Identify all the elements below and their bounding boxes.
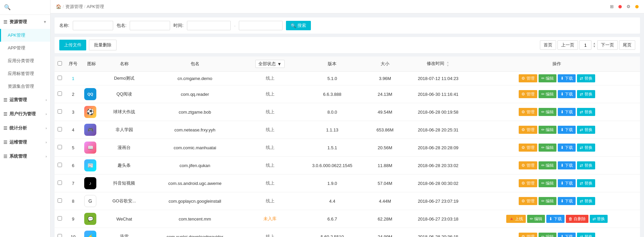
- size-cell: 20.56M: [367, 139, 402, 157]
- edit-btn[interactable]: ✏ 编辑: [539, 233, 556, 237]
- delete-btn[interactable]: 🗑 自删除: [566, 215, 588, 223]
- manage-btn[interactable]: ⚙ 管理: [519, 197, 537, 205]
- breadcrumb-resources[interactable]: 资源管理: [65, 4, 83, 10]
- upload-file-button[interactable]: 上传文件: [59, 40, 86, 50]
- manage-btn[interactable]: ⚙ 管理: [519, 126, 537, 134]
- manage-btn[interactable]: ⚙ 管理: [519, 90, 537, 98]
- sidebar-group-resources-header[interactable]: ☰ 资源管理 ▼: [0, 15, 50, 29]
- sidebar-group-system-header[interactable]: ☰ 系统管理 ›: [0, 149, 50, 163]
- package-input[interactable]: [130, 21, 170, 30]
- row-checkbox[interactable]: [58, 181, 62, 185]
- sidebar-group-ops-header[interactable]: ☰ 运维管理 ›: [0, 135, 50, 149]
- online-btn[interactable]: 🔺 上线: [506, 215, 526, 223]
- batch-delete-button[interactable]: 批量删除: [89, 40, 117, 50]
- manage-btn[interactable]: ⚙ 管理: [519, 74, 537, 82]
- home-icon[interactable]: 🏠: [56, 4, 61, 9]
- prev-page-button[interactable]: 上一页: [557, 40, 578, 50]
- manage-btn[interactable]: ⚙ 管理: [519, 233, 537, 237]
- download-btn[interactable]: ⬇ 下载: [558, 197, 576, 205]
- row-checkbox[interactable]: [58, 127, 62, 131]
- manage-btn[interactable]: ⚙ 管理: [519, 179, 537, 187]
- sidebar-item-app-category[interactable]: 应用分类管理: [0, 54, 50, 67]
- edit-btn[interactable]: ✏ 编辑: [539, 108, 556, 116]
- sidebar-group-operations-header[interactable]: ☰ 运营管理 ›: [0, 93, 50, 107]
- row-checkbox[interactable]: [58, 109, 62, 114]
- edit-btn[interactable]: ✏ 编辑: [539, 161, 556, 169]
- edit-btn[interactable]: ✏ 编辑: [527, 215, 545, 223]
- row-checkbox[interactable]: [58, 91, 62, 96]
- replace-btn[interactable]: ⇄ 替换: [577, 161, 595, 169]
- grid-icon[interactable]: ⊞: [608, 3, 616, 11]
- row-checkbox[interactable]: [58, 76, 62, 80]
- name-input[interactable]: [73, 21, 113, 30]
- download-btn[interactable]: ⬇ 下载: [558, 144, 576, 152]
- col-version: 版本: [297, 56, 367, 72]
- download-btn[interactable]: ⬇ 下载: [558, 179, 576, 187]
- download-btn[interactable]: ⬇ 下载: [558, 126, 576, 134]
- row-checkbox[interactable]: [58, 145, 62, 149]
- row-checkbox-cell: [55, 210, 65, 228]
- sidebar-group-stats-header[interactable]: ☰ 统计分析 ›: [0, 121, 50, 135]
- actions-cell: ⚙ 管理 ✏ 编辑 ⬇ 下载 ⇄ 替换: [474, 121, 640, 139]
- sidebar-group-user-behavior-label: 用户行为管理: [9, 111, 36, 117]
- sidebar-group-user-behavior: ☰ 用户行为管理 ›: [0, 107, 50, 121]
- select-all-checkbox[interactable]: [58, 61, 62, 66]
- search-button[interactable]: 🔍 搜索: [286, 21, 311, 30]
- chevron-right-icon-4: ›: [45, 140, 47, 144]
- manage-btn[interactable]: ⚙ 管理: [519, 161, 537, 169]
- edit-btn[interactable]: ✏ 编辑: [539, 74, 556, 82]
- replace-btn[interactable]: ⇄ 替换: [577, 197, 595, 205]
- replace-btn[interactable]: ⇄ 替换: [577, 90, 595, 98]
- replace-btn[interactable]: ⇄ 替换: [577, 233, 595, 237]
- download-btn[interactable]: ⬇ 下载: [546, 215, 564, 223]
- replace-btn[interactable]: ⇄ 替换: [590, 215, 608, 223]
- time-end-input[interactable]: [239, 21, 283, 30]
- row-checkbox[interactable]: [58, 216, 62, 221]
- edit-btn[interactable]: ✏ 编辑: [539, 197, 556, 205]
- sidebar-item-apk[interactable]: APK管理: [0, 29, 50, 42]
- table-row: 2 QQ QQ阅读 com.qq.reader 线上 6.6.3.888 24.…: [55, 85, 640, 103]
- row-checkbox-cell: [55, 174, 65, 192]
- seq-cell: 9: [65, 210, 82, 228]
- sidebar-item-app-tag[interactable]: 应用标签管理: [0, 67, 50, 80]
- download-btn[interactable]: ⬇ 下载: [558, 74, 576, 82]
- sidebar-group-user-behavior-header[interactable]: ☰ 用户行为管理 ›: [0, 107, 50, 121]
- status-cell: 线上: [243, 85, 297, 103]
- download-btn[interactable]: ⬇ 下载: [558, 108, 576, 116]
- seq-link[interactable]: 1: [72, 76, 74, 81]
- replace-btn[interactable]: ⇄ 替换: [577, 74, 595, 82]
- row-checkbox[interactable]: [58, 163, 62, 167]
- icon-cell: 📖: [82, 139, 102, 157]
- edit-btn[interactable]: ✏ 编辑: [539, 90, 556, 98]
- page-number-input[interactable]: 1: [579, 40, 591, 50]
- row-checkbox[interactable]: [58, 234, 62, 237]
- seq-num: 7: [72, 181, 74, 186]
- col-status[interactable]: 全部状态 ▼: [243, 56, 297, 72]
- page-down-arrow[interactable]: ▼: [593, 45, 596, 48]
- manage-btn[interactable]: ⚙ 管理: [519, 108, 537, 116]
- time-start-input[interactable]: [187, 21, 231, 30]
- download-btn[interactable]: ⬇ 下载: [558, 90, 576, 98]
- first-page-button[interactable]: 首页: [540, 40, 556, 50]
- sidebar-search[interactable]: 🔍: [0, 0, 50, 15]
- replace-btn[interactable]: ⇄ 替换: [577, 179, 595, 187]
- settings-icon[interactable]: ⚙: [624, 3, 633, 11]
- replace-btn[interactable]: ⇄ 替换: [577, 108, 595, 116]
- edit-btn[interactable]: ✏ 编辑: [539, 126, 556, 134]
- replace-btn[interactable]: ⇄ 替换: [577, 144, 595, 152]
- download-btn[interactable]: ⬇ 下载: [558, 161, 576, 169]
- sidebar-item-app[interactable]: APP管理: [0, 42, 50, 54]
- row-checkbox-cell: [55, 103, 65, 121]
- manage-btn[interactable]: ⚙ 管理: [519, 144, 537, 152]
- download-btn[interactable]: ⬇ 下载: [558, 233, 576, 237]
- edit-btn[interactable]: ✏ 编辑: [539, 144, 556, 152]
- last-page-button[interactable]: 尾页: [619, 40, 635, 50]
- col-update-time[interactable]: 修改时间 ▲▼: [402, 56, 474, 72]
- row-checkbox[interactable]: [58, 198, 62, 203]
- seq-num: 9: [72, 216, 74, 222]
- next-page-button[interactable]: 下一页: [597, 40, 618, 50]
- sidebar-item-resource-collection[interactable]: 资源集合管理: [0, 80, 50, 93]
- edit-btn[interactable]: ✏ 编辑: [539, 179, 556, 187]
- package-cell: com.ss.android.ugc.aweme: [147, 174, 243, 192]
- replace-btn[interactable]: ⇄ 替换: [577, 126, 595, 134]
